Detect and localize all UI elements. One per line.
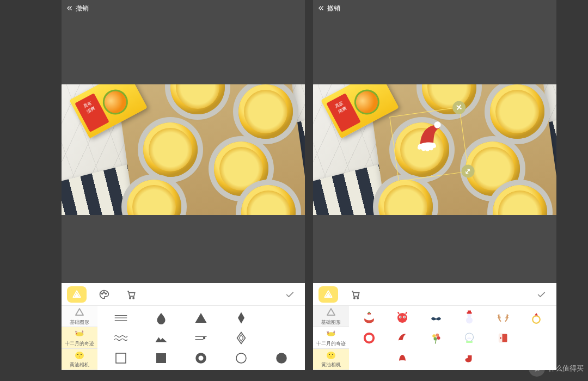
sticker-blank[interactable] bbox=[520, 328, 554, 348]
svg-rect-60 bbox=[468, 353, 473, 355]
shape-drop[interactable] bbox=[141, 308, 181, 328]
svg-point-31 bbox=[367, 313, 369, 315]
sticker-snowman[interactable] bbox=[453, 308, 487, 328]
sticker-blank[interactable] bbox=[419, 348, 453, 368]
triangle-outline-icon bbox=[324, 306, 338, 319]
sticker-ring[interactable] bbox=[520, 308, 554, 328]
category-december[interactable]: 十二月的奇迹 bbox=[313, 327, 349, 348]
tab-palette[interactable] bbox=[94, 286, 114, 303]
category-column: 基础图形 十二月的奇迹 黄油相机 bbox=[313, 306, 349, 370]
shape-wavy[interactable] bbox=[101, 328, 141, 348]
sticker-bouquet[interactable] bbox=[419, 328, 453, 348]
xmas-sticker-grid bbox=[349, 306, 556, 370]
check-icon bbox=[284, 289, 295, 300]
sticker-antlers[interactable] bbox=[486, 308, 520, 328]
shape-circle-outline[interactable] bbox=[221, 348, 261, 368]
confirm-button[interactable] bbox=[531, 286, 551, 303]
svg-point-51 bbox=[436, 334, 439, 337]
shape-circle-solid[interactable] bbox=[261, 348, 302, 368]
svg-rect-12 bbox=[156, 353, 166, 363]
svg-point-48 bbox=[406, 333, 408, 335]
shape-diamond-outline[interactable] bbox=[221, 328, 261, 348]
svg-rect-41 bbox=[468, 311, 471, 314]
undo-button[interactable]: 撤销 bbox=[317, 4, 340, 13]
svg-point-29 bbox=[332, 354, 333, 355]
shape-diamond[interactable] bbox=[221, 308, 261, 328]
shape-mountain[interactable] bbox=[141, 328, 181, 348]
shape-lines-cloud[interactable] bbox=[181, 328, 222, 348]
sticker-snowglobe[interactable] bbox=[453, 328, 487, 348]
chick-icon bbox=[73, 349, 86, 360]
placed-sticker-selection[interactable]: ✕ ⤢ bbox=[389, 107, 468, 182]
svg-point-43 bbox=[365, 334, 374, 343]
svg-point-58 bbox=[500, 337, 501, 339]
undo-button[interactable]: 撤销 bbox=[66, 4, 89, 13]
palette-icon bbox=[99, 289, 109, 300]
svg-point-14 bbox=[199, 355, 204, 360]
edit-canvas[interactable]: 真茶清爽 bbox=[62, 16, 305, 283]
triangle-outline-icon bbox=[73, 306, 86, 319]
category-basic[interactable]: 基础图形 bbox=[62, 306, 97, 327]
category-butter[interactable]: 黄油相机 bbox=[313, 349, 349, 370]
category-label: 黄油相机 bbox=[70, 361, 89, 368]
shape-lines[interactable] bbox=[101, 308, 141, 328]
santa-hat-sticker bbox=[407, 116, 450, 159]
edit-canvas[interactable]: 真茶清爽 ✕ ⤢ bbox=[313, 16, 556, 283]
shape-circle-hole[interactable] bbox=[181, 348, 222, 368]
svg-point-2 bbox=[105, 293, 106, 294]
category-basic[interactable]: 基础图形 bbox=[313, 306, 349, 327]
triangle-stacked-icon bbox=[71, 289, 82, 300]
sticker-pudding[interactable] bbox=[352, 308, 386, 328]
tab-store[interactable] bbox=[346, 286, 365, 303]
sticker-card[interactable] bbox=[486, 328, 520, 348]
topbar: 撤销 bbox=[313, 0, 556, 16]
sticker-blank[interactable] bbox=[486, 348, 520, 368]
category-december[interactable]: 十二月的奇迹 bbox=[62, 327, 97, 348]
tab-shapes[interactable] bbox=[67, 286, 87, 303]
svg-point-7 bbox=[75, 352, 84, 359]
sticker-panel: 基础图形 十二月的奇迹 黄油相机 bbox=[313, 306, 556, 370]
sticker-mustache[interactable] bbox=[419, 308, 453, 328]
tab-store[interactable] bbox=[121, 286, 141, 303]
svg-point-46 bbox=[364, 337, 366, 339]
svg-point-33 bbox=[397, 313, 407, 323]
svg-point-1 bbox=[103, 292, 105, 293]
app-screenshot-right: 撤销 真茶清爽 ✕ bbox=[313, 0, 556, 370]
tool-row bbox=[62, 283, 305, 306]
sticker-stocking[interactable] bbox=[453, 348, 487, 368]
svg-point-28 bbox=[329, 354, 330, 355]
cart-icon bbox=[350, 289, 361, 300]
sticker-wreath[interactable] bbox=[352, 328, 386, 348]
svg-point-59 bbox=[399, 360, 407, 362]
svg-point-6 bbox=[76, 334, 77, 335]
sticker-monster[interactable] bbox=[386, 308, 420, 328]
svg-point-0 bbox=[102, 293, 103, 294]
sticker-hat-red[interactable] bbox=[386, 348, 420, 368]
svg-point-15 bbox=[236, 353, 246, 363]
watermark-badge: 值 bbox=[529, 360, 545, 377]
sticker-panel: 基础图形 十二月的奇迹 黄油相机 bbox=[62, 306, 305, 370]
svg-point-44 bbox=[368, 333, 370, 335]
category-label: 十二月的奇迹 bbox=[316, 340, 346, 347]
svg-point-54 bbox=[465, 333, 474, 341]
tab-shapes[interactable] bbox=[318, 286, 338, 303]
category-label: 基础图形 bbox=[70, 319, 89, 326]
photo: 真茶清爽 bbox=[62, 84, 305, 215]
category-label: 基础图形 bbox=[321, 319, 341, 326]
svg-point-50 bbox=[432, 334, 436, 337]
svg-point-23 bbox=[354, 297, 355, 298]
svg-point-8 bbox=[77, 354, 78, 355]
svg-point-45 bbox=[368, 341, 370, 343]
category-butter[interactable]: 黄油相机 bbox=[62, 349, 97, 370]
sticker-blank[interactable] bbox=[352, 348, 386, 368]
sticker-santa-hat[interactable] bbox=[386, 328, 420, 348]
confirm-button[interactable] bbox=[280, 286, 299, 303]
svg-point-49 bbox=[397, 340, 405, 343]
shape-square-solid[interactable] bbox=[141, 348, 181, 368]
svg-point-47 bbox=[372, 337, 375, 339]
shape-square-outline[interactable] bbox=[101, 348, 141, 368]
svg-point-24 bbox=[357, 297, 358, 298]
svg-point-36 bbox=[400, 317, 401, 318]
shape-triangle[interactable] bbox=[181, 308, 222, 328]
svg-point-52 bbox=[437, 336, 440, 340]
